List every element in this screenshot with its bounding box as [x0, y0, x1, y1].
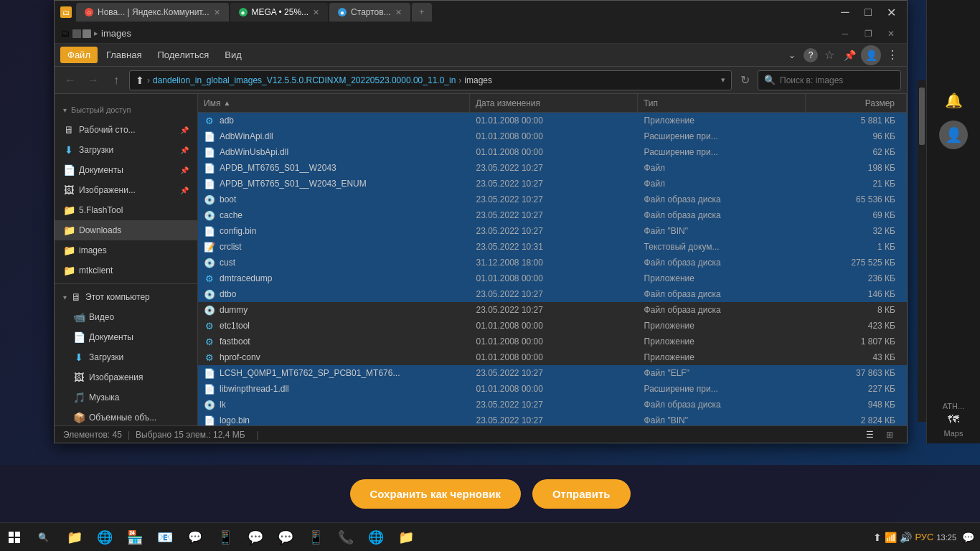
- sidebar-item-downloads[interactable]: ⬇ Загрузки 📌: [55, 140, 197, 160]
- sidebar-item-flashtool[interactable]: 📁 5.FlashTool: [55, 200, 197, 220]
- address-path[interactable]: ⬆ › dandelion_in_global_images_V12.5.5.0…: [129, 70, 732, 90]
- bookmark-icon[interactable]: 📌: [841, 47, 858, 64]
- video-icon: 📹: [73, 311, 85, 323]
- col-header-size[interactable]: Размер: [806, 94, 907, 112]
- taskbar-icon-10[interactable]: 📞: [331, 523, 360, 552]
- sidebar-quick-access-header[interactable]: ▾ Быстрый доступ: [55, 100, 197, 120]
- expand-icon[interactable]: ⌄: [783, 47, 801, 64]
- col-header-type[interactable]: Тип: [638, 94, 806, 112]
- refresh-button[interactable]: ↻: [735, 70, 755, 90]
- minimize-btn[interactable]: ─: [835, 27, 855, 41]
- menu-view[interactable]: Вид: [217, 47, 249, 63]
- taskbar-icon-7[interactable]: 💬: [241, 523, 270, 552]
- up-button[interactable]: ↑: [106, 70, 126, 90]
- taskbar-icon-9[interactable]: 📱: [301, 523, 330, 552]
- sidebar-item-dl2[interactable]: ⬇ Загрузки: [55, 347, 197, 367]
- menu-share[interactable]: Поделиться: [150, 47, 216, 63]
- grid-view-btn[interactable]: ⊞: [881, 428, 898, 442]
- table-row[interactable]: 📄config.bin 23.05.2022 10:27 Файл "BIN" …: [198, 223, 907, 239]
- tab-start[interactable]: ● Стартов... ✕: [329, 3, 410, 22]
- sidebar-item-dl-folder[interactable]: 📁 Downloads: [55, 220, 197, 240]
- taskbar-icon-5[interactable]: 💬: [181, 523, 209, 552]
- table-row[interactable]: 📄APDB_MT6765_S01__W2043_ENUM 23.05.2022 …: [198, 176, 907, 192]
- table-row[interactable]: 📄libwinpthread-1.dll 01.01.2008 00:00 Ра…: [198, 381, 907, 397]
- sidebar-item-3d[interactable]: 📦 Объемные объ...: [55, 408, 197, 425]
- menu-home[interactable]: Главная: [99, 47, 149, 63]
- close-button[interactable]: ✕: [881, 5, 901, 19]
- table-row[interactable]: 📄APDB_MT6765_S01__W2043 23.05.2022 10:27…: [198, 160, 907, 176]
- sidebar-item-desktop[interactable]: 🖥 Рабочий сто... 📌: [55, 120, 197, 140]
- table-row[interactable]: 💿dtbo 23.05.2022 10:27 Файл образа диска…: [198, 286, 907, 302]
- sidebar-item-pics[interactable]: 🖼 Изображения: [55, 367, 197, 387]
- details-view-btn[interactable]: ☰: [861, 428, 878, 442]
- table-row[interactable]: ⚙hprof-conv 01.01.2008 00:00 Приложение …: [198, 349, 907, 365]
- minimize-button[interactable]: ─: [835, 5, 855, 19]
- more-options-icon[interactable]: ⋮: [884, 47, 901, 64]
- table-row[interactable]: 📄LCSH_Q0MP1_MT6762_SP_PCB01_MT676... 23.…: [198, 365, 907, 381]
- maps-icon[interactable]: 🗺: [948, 413, 959, 426]
- taskbar-icon-files[interactable]: 📁: [392, 523, 420, 552]
- notification-bell[interactable]: 🔔: [945, 92, 963, 109]
- col-header-name[interactable]: Имя ▲: [198, 94, 470, 112]
- table-row[interactable]: 📄logo.bin 23.05.2022 10:27 Файл "BIN" 2 …: [198, 413, 907, 425]
- table-row[interactable]: 📄AdbWinApi.dll 01.01.2008 00:00 Расширен…: [198, 128, 907, 144]
- taskbar-icon-2[interactable]: 🌐: [90, 523, 119, 552]
- sidebar-item-documents[interactable]: 📄 Документы 📌: [55, 160, 197, 180]
- star-icon[interactable]: ☆: [821, 47, 838, 64]
- taskbar-icon-1[interactable]: 📁: [60, 523, 89, 552]
- taskbar-icon-3[interactable]: 🏪: [121, 523, 149, 552]
- tab-nova[interactable]: ○ Нова... | Яндекс.Коммунит... ✕: [76, 3, 229, 22]
- tray-network[interactable]: 📶: [885, 532, 897, 543]
- back-button[interactable]: ←: [60, 70, 80, 90]
- taskbar-icon-8[interactable]: 💬: [271, 523, 300, 552]
- taskbar-icon-chrome[interactable]: 🌐: [362, 523, 390, 552]
- forward-button[interactable]: →: [83, 70, 103, 90]
- tray-volume[interactable]: 🔊: [900, 532, 912, 543]
- taskbar-icon-4[interactable]: 📧: [151, 523, 179, 552]
- dropdown-arrow[interactable]: ▾: [721, 75, 725, 85]
- restore-btn[interactable]: ❐: [858, 27, 878, 41]
- sidebar-item-docs2[interactable]: 📄 Документы: [55, 327, 197, 347]
- taskbar-search-button[interactable]: 🔍: [29, 523, 57, 552]
- close-btn-2[interactable]: ✕: [881, 27, 901, 41]
- sidebar-item-music[interactable]: 🎵 Музыка: [55, 387, 197, 408]
- address-segment-current[interactable]: images: [464, 75, 492, 85]
- help-icon[interactable]: ?: [804, 48, 818, 62]
- sidebar-item-images-folder[interactable]: 📁 images: [55, 240, 197, 260]
- menu-file[interactable]: Файл: [60, 47, 98, 63]
- col-header-date[interactable]: Дата изменения: [470, 94, 638, 112]
- tab-start-close[interactable]: ✕: [395, 8, 402, 17]
- table-row[interactable]: 💿cache 23.05.2022 10:27 Файл образа диск…: [198, 207, 907, 223]
- scrollbar-thumb[interactable]: [919, 88, 925, 145]
- table-row[interactable]: 📝crclist 23.05.2022 10:31 Текстовый доку…: [198, 239, 907, 255]
- sidebar-item-images[interactable]: 🖼 Изображени... 📌: [55, 180, 197, 200]
- table-row[interactable]: 💿boot 23.05.2022 10:27 Файл образа диска…: [198, 192, 907, 207]
- tab-mega-close[interactable]: ✕: [313, 8, 319, 17]
- sidebar-item-video[interactable]: 📹 Видео: [55, 307, 197, 327]
- table-row[interactable]: 💿cust 31.12.2008 18:00 Файл образа диска…: [198, 255, 907, 270]
- save-draft-button[interactable]: Сохранить как черновик: [350, 479, 521, 509]
- table-row[interactable]: 💿lk 23.05.2022 10:27 Файл образа диска 9…: [198, 397, 907, 413]
- table-row[interactable]: ⚙fastboot 01.01.2008 00:00 Приложение 1 …: [198, 334, 907, 349]
- start-button[interactable]: [0, 523, 29, 552]
- table-row[interactable]: ⚙adb 01.01.2008 00:00 Приложение 5 881 К…: [198, 113, 907, 128]
- table-row[interactable]: 💿dummy 23.05.2022 10:27 Файл образа диск…: [198, 302, 907, 318]
- tab-nova-close[interactable]: ✕: [214, 8, 220, 17]
- table-row[interactable]: ⚙etc1tool 01.01.2008 00:00 Приложение 42…: [198, 318, 907, 334]
- taskbar-clock[interactable]: 13:25: [936, 533, 956, 542]
- sidebar-item-mtkclient[interactable]: 📁 mtkclient: [55, 260, 197, 281]
- sidebar-this-pc-header[interactable]: ▾ 🖥 Этот компьютер: [55, 287, 197, 307]
- search-input[interactable]: [780, 75, 895, 85]
- folder-mtk-icon: 📁: [63, 265, 75, 276]
- send-button[interactable]: Отправить: [532, 479, 631, 509]
- tab-mega[interactable]: ● MEGA • 25%... ✕: [230, 3, 329, 22]
- taskbar-icon-6[interactable]: 📱: [211, 523, 240, 552]
- address-segment-path[interactable]: dandelion_in_global_images_V12.5.5.0.RCD…: [153, 75, 456, 85]
- maximize-button[interactable]: □: [858, 5, 878, 19]
- tab-new[interactable]: +: [412, 3, 432, 22]
- tray-notifications[interactable]: 💬: [962, 532, 974, 543]
- search-box[interactable]: 🔍: [758, 70, 901, 90]
- table-row[interactable]: ⚙dmtracedump 01.01.2008 00:00 Приложение…: [198, 270, 907, 286]
- scrollbar-track[interactable]: [918, 80, 926, 422]
- table-row[interactable]: 📄AdbWinUsbApi.dll 01.01.2008 00:00 Расши…: [198, 144, 907, 160]
